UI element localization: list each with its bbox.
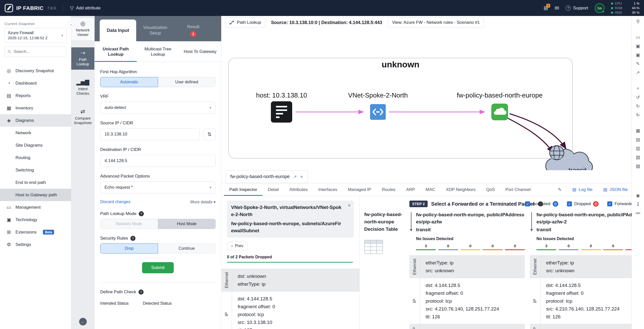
- automatic-button[interactable]: Automatic: [100, 77, 158, 87]
- advanced-packet-options-select[interactable]: Echo request * ▾: [100, 181, 216, 193]
- sidebar-item-end-to-end-path[interactable]: End to end path: [0, 176, 71, 189]
- tab-multicast-tree-lookup[interactable]: Multicast Tree Lookup: [137, 41, 179, 62]
- network-mode-button[interactable]: Network Mode: [100, 219, 158, 229]
- tab-arp[interactable]: ARP: [401, 183, 420, 196]
- user-avatar[interactable]: ba: [595, 3, 604, 13]
- vnet-node-icon[interactable]: [370, 104, 386, 121]
- tab-mac[interactable]: MAC: [420, 183, 441, 196]
- help-icon[interactable]: ?: [138, 289, 144, 295]
- view-scenario-button[interactable]: View: Azure FW - Network rules - Scenari…: [388, 17, 484, 28]
- layout-columns-icon[interactable]: ▥: [636, 146, 640, 151]
- tab-visualization-setup[interactable]: Visualization Setup: [136, 20, 174, 41]
- sidebar-item-reports[interactable]: ▤ Reports: [0, 89, 71, 102]
- tab-result[interactable]: Result 1: [174, 20, 212, 41]
- sidebar-item-site-diagrams[interactable]: Site Diagrams: [0, 139, 71, 151]
- sidebar-search[interactable]: ⚲: [5, 46, 66, 57]
- sidebar-item-technology[interactable]: ▣ Technology: [0, 214, 71, 226]
- tool-path-lookup[interactable]: ⇢ Path Lookup: [71, 47, 94, 70]
- layout-grid-icon[interactable]: ▦: [636, 128, 640, 133]
- sidebar-item-switching[interactable]: Switching: [0, 164, 71, 176]
- support-button[interactable]: ? Support: [566, 6, 588, 11]
- log-file-link[interactable]: ▤ Log file: [572, 187, 593, 192]
- sidebar-item-management[interactable]: ▭ Management: [0, 201, 71, 214]
- prev-button[interactable]: ‹ Prev: [227, 242, 248, 250]
- forwarded-packet-card[interactable]: fw-policy-based-north-europe, publicIPAd…: [409, 211, 525, 329]
- tab-host-to-gateway[interactable]: Host To Gateway: [179, 41, 221, 62]
- tab-data-input[interactable]: Data Input: [100, 20, 136, 41]
- sidebar-item-dashboard[interactable]: ◔ Dashboard: [0, 77, 71, 89]
- tab-port-channel[interactable]: Port Channel: [500, 183, 536, 196]
- save-as-icon[interactable]: ▣: [636, 52, 640, 57]
- vrf-select[interactable]: auto-detect ▾: [100, 102, 216, 114]
- close-icon[interactable]: ×: [348, 203, 351, 208]
- layout-rows-icon[interactable]: ▤: [636, 137, 640, 142]
- save-icon[interactable]: ▣: [636, 44, 640, 49]
- host-node-icon[interactable]: [271, 101, 292, 124]
- tab-interfaces[interactable]: Interfaces: [313, 183, 343, 196]
- tab-xdp-neighbors[interactable]: XDP Neighbors: [441, 183, 481, 196]
- more-details-link[interactable]: More details ▾: [190, 200, 216, 204]
- close-icon[interactable]: ×: [300, 174, 303, 180]
- edit-icon[interactable]: ✎: [636, 61, 640, 66]
- firewall-node-icon[interactable]: [491, 104, 508, 121]
- download-icon[interactable]: ↧: [636, 202, 640, 207]
- tool-network-viewer[interactable]: ◎ Network Viewer: [71, 18, 94, 40]
- destination-ip-input[interactable]: [100, 155, 216, 167]
- tool-intent-checks[interactable]: ▂▅▇ Intent Checks: [71, 77, 94, 99]
- filter-accepted[interactable]: ✓ Accepted 0: [525, 201, 558, 207]
- sidebar-item-network[interactable]: Network: [0, 127, 71, 139]
- sidebar-item-routing[interactable]: Routing: [0, 151, 71, 164]
- layout-diagonal-icon[interactable]: ▧: [636, 155, 640, 160]
- sidebar-item-discovery-snapshot[interactable]: ◎ Discovery Snapshot: [0, 65, 71, 77]
- source-ip-input[interactable]: [100, 128, 200, 140]
- redo-icon[interactable]: ↻: [636, 104, 640, 109]
- device-tab[interactable]: fw-policy-based-north-europe ↗ ×: [225, 170, 308, 183]
- undo-icon[interactable]: ↺: [636, 95, 640, 100]
- discard-changes-link[interactable]: Discard changes: [100, 200, 130, 204]
- tab-managed-ip[interactable]: Managed IP: [343, 183, 377, 196]
- sidebar-item-host-to-gateway-path[interactable]: Host to Gateway path: [0, 189, 71, 201]
- path-lookup-view-button[interactable]: Path Lookup: [225, 17, 265, 28]
- sidebar-item-diagrams[interactable]: ◈ Diagrams: [0, 114, 71, 127]
- move-icon[interactable]: +: [637, 86, 639, 91]
- ipfabric-logo[interactable]: IP FABRIC 7.8.3: [5, 4, 56, 12]
- help-icon[interactable]: ?: [139, 211, 144, 216]
- layout-mesh-icon[interactable]: ▨: [636, 164, 640, 169]
- user-defined-button[interactable]: User defined: [158, 77, 216, 87]
- topology-canvas[interactable]: transit Path Lookup Source: 10.3.138.10:…: [221, 16, 632, 170]
- rotate-icon[interactable]: ↻: [636, 112, 640, 118]
- folder-icon[interactable]: ▭: [636, 35, 640, 40]
- tab-routes[interactable]: Routes: [376, 183, 401, 196]
- submit-button[interactable]: Submit: [142, 262, 174, 273]
- mail-icon[interactable]: ✉: [555, 5, 559, 11]
- sidebar-item-inventory[interactable]: ▦ Inventory: [0, 102, 71, 114]
- forwarded-packet-card[interactable]: fw-policy-based-north-europe, publicIPAd…: [530, 211, 632, 329]
- help-icon[interactable]: ?: [130, 236, 135, 241]
- tab-detail[interactable]: Detail: [263, 183, 284, 196]
- tab-qos[interactable]: QoS: [481, 183, 500, 196]
- sidebar-item-settings[interactable]: ⚙ Settings: [0, 238, 71, 251]
- code-icon[interactable]: </>: [636, 211, 640, 216]
- collapse-panel-button[interactable]: ←: [79, 318, 87, 325]
- tab-unicast-path-lookup[interactable]: Unicast Path Lookup: [95, 41, 137, 62]
- tab-attributes[interactable]: Attributes: [284, 183, 313, 196]
- host-mode-button[interactable]: Host Mode: [158, 219, 216, 229]
- filter-forwarded[interactable]: ✓ Forwarded 0: [607, 201, 632, 207]
- snapshot-select[interactable]: Azure Firewall 2025-12-15, 12:06:52 Z ▾: [5, 28, 66, 43]
- json-file-link[interactable]: ▤ JSON file: [603, 187, 628, 192]
- search-input[interactable]: [13, 49, 66, 54]
- sidebar-item-extensions[interactable]: ⊞ Extensions Beta: [0, 226, 71, 238]
- swap-endpoints-button[interactable]: ⇅: [203, 128, 216, 140]
- decision-table-icon[interactable]: [364, 240, 402, 255]
- export-icon[interactable]: ↗: [636, 70, 640, 75]
- open-in-new-icon[interactable]: ↗: [293, 174, 297, 179]
- continue-button[interactable]: Continue: [158, 243, 216, 254]
- integrations-icon[interactable]: ⊞ 4: [544, 5, 548, 11]
- eye-icon[interactable]: ◉: [636, 193, 640, 198]
- edit-icon[interactable]: ✎: [558, 187, 562, 192]
- tool-compare-snapshots[interactable]: ⇄ Compare Snapshots: [71, 106, 94, 128]
- drop-button[interactable]: Drop: [100, 243, 158, 254]
- tab-path-inspector[interactable]: Path Inspector: [224, 183, 263, 196]
- add-attribute-button[interactable]: ▽ Add attribute: [70, 5, 100, 11]
- zoom-icon[interactable]: ⚲: [636, 19, 639, 24]
